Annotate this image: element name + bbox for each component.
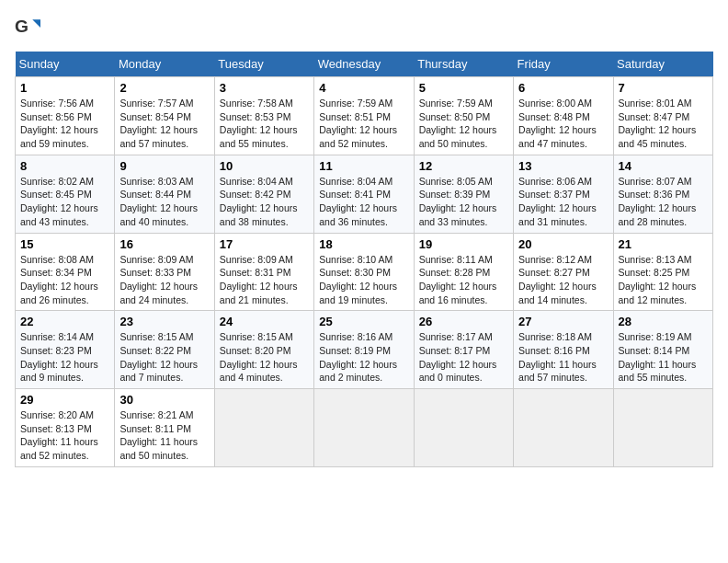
svg-text:G: G	[15, 17, 28, 36]
calendar-day-cell	[514, 389, 613, 467]
day-number: 2	[119, 81, 209, 95]
day-number: 9	[119, 159, 209, 173]
day-number: 7	[619, 81, 708, 95]
day-number: 21	[619, 237, 708, 251]
calendar-day-cell: 25 Sunrise: 8:16 AMSunset: 8:19 PMDaylig…	[314, 311, 414, 389]
calendar-week-row: 22 Sunrise: 8:14 AMSunset: 8:23 PMDaylig…	[16, 311, 713, 389]
day-number: 26	[419, 315, 508, 328]
day-info: Sunrise: 8:13 AMSunset: 8:25 PMDaylight:…	[619, 254, 697, 305]
calendar-day-cell: 1 Sunrise: 7:56 AMSunset: 8:56 PMDayligh…	[16, 77, 115, 155]
day-info: Sunrise: 8:10 AMSunset: 8:30 PMDaylight:…	[319, 254, 397, 305]
day-info: Sunrise: 7:57 AMSunset: 8:54 PMDaylight:…	[119, 98, 198, 149]
day-info: Sunrise: 7:59 AMSunset: 8:51 PMDaylight:…	[319, 98, 397, 149]
calendar-day-cell	[314, 389, 414, 467]
calendar-day-cell: 16 Sunrise: 8:09 AMSunset: 8:33 PMDaylig…	[115, 233, 214, 311]
calendar-day-cell: 19 Sunrise: 8:11 AMSunset: 8:28 PMDaylig…	[414, 233, 513, 311]
day-number: 16	[119, 237, 209, 251]
day-number: 12	[419, 159, 508, 173]
day-number: 20	[518, 237, 608, 251]
day-info: Sunrise: 7:59 AMSunset: 8:50 PMDaylight:…	[419, 98, 497, 149]
calendar-day-cell: 24 Sunrise: 8:15 AMSunset: 8:20 PMDaylig…	[214, 311, 313, 389]
day-number: 10	[220, 159, 309, 173]
day-number: 17	[220, 237, 309, 251]
calendar-day-cell: 23 Sunrise: 8:15 AMSunset: 8:22 PMDaylig…	[115, 311, 214, 389]
calendar-week-row: 1 Sunrise: 7:56 AMSunset: 8:56 PMDayligh…	[16, 77, 713, 155]
calendar-day-cell: 13 Sunrise: 8:06 AMSunset: 8:37 PMDaylig…	[514, 155, 613, 233]
calendar-day-cell	[214, 389, 313, 467]
day-number: 25	[319, 315, 408, 328]
day-info: Sunrise: 8:02 AMSunset: 8:45 PMDaylight:…	[20, 176, 98, 227]
day-info: Sunrise: 8:16 AMSunset: 8:19 PMDaylight:…	[319, 331, 397, 383]
calendar-day-cell: 7 Sunrise: 8:01 AMSunset: 8:47 PMDayligh…	[613, 77, 712, 155]
column-header-tuesday: Tuesday	[214, 52, 313, 77]
column-header-wednesday: Wednesday	[314, 52, 414, 77]
day-info: Sunrise: 8:03 AMSunset: 8:44 PMDaylight:…	[119, 176, 198, 227]
day-info: Sunrise: 8:07 AMSunset: 8:36 PMDaylight:…	[619, 176, 697, 227]
day-info: Sunrise: 8:08 AMSunset: 8:34 PMDaylight:…	[20, 254, 98, 305]
day-number: 15	[20, 237, 109, 251]
day-info: Sunrise: 8:17 AMSunset: 8:17 PMDaylight:…	[419, 331, 497, 383]
calendar-day-cell: 29 Sunrise: 8:20 AMSunset: 8:13 PMDaylig…	[16, 389, 115, 467]
day-info: Sunrise: 8:01 AMSunset: 8:47 PMDaylight:…	[619, 98, 697, 149]
day-info: Sunrise: 8:15 AMSunset: 8:20 PMDaylight:…	[220, 331, 298, 383]
calendar-day-cell: 21 Sunrise: 8:13 AMSunset: 8:25 PMDaylig…	[613, 233, 712, 311]
day-number: 8	[20, 159, 109, 173]
logo-icon: G	[15, 15, 40, 40]
logo: G	[15, 15, 44, 40]
calendar-day-cell	[613, 389, 712, 467]
calendar-day-cell: 30 Sunrise: 8:21 AMSunset: 8:11 PMDaylig…	[115, 389, 214, 467]
calendar-day-cell: 17 Sunrise: 8:09 AMSunset: 8:31 PMDaylig…	[214, 233, 313, 311]
calendar-day-cell: 10 Sunrise: 8:04 AMSunset: 8:42 PMDaylig…	[214, 155, 313, 233]
day-number: 18	[319, 237, 408, 251]
calendar-day-cell: 14 Sunrise: 8:07 AMSunset: 8:36 PMDaylig…	[613, 155, 712, 233]
day-number: 14	[619, 159, 708, 173]
day-number: 29	[20, 393, 109, 407]
calendar-day-cell: 18 Sunrise: 8:10 AMSunset: 8:30 PMDaylig…	[314, 233, 414, 311]
day-number: 5	[419, 81, 508, 95]
day-number: 1	[20, 81, 109, 95]
calendar-day-cell: 28 Sunrise: 8:19 AMSunset: 8:14 PMDaylig…	[613, 311, 712, 389]
page-header: G	[15, 15, 713, 40]
calendar-day-cell	[414, 389, 513, 467]
calendar-day-cell: 15 Sunrise: 8:08 AMSunset: 8:34 PMDaylig…	[16, 233, 115, 311]
day-info: Sunrise: 8:19 AMSunset: 8:14 PMDaylight:…	[619, 331, 697, 383]
day-info: Sunrise: 8:18 AMSunset: 8:16 PMDaylight:…	[518, 331, 597, 383]
day-info: Sunrise: 8:12 AMSunset: 8:27 PMDaylight:…	[518, 254, 597, 305]
day-number: 24	[220, 315, 309, 328]
day-info: Sunrise: 8:00 AMSunset: 8:48 PMDaylight:…	[518, 98, 597, 149]
day-info: Sunrise: 8:09 AMSunset: 8:31 PMDaylight:…	[220, 254, 298, 305]
day-info: Sunrise: 8:14 AMSunset: 8:23 PMDaylight:…	[20, 331, 98, 383]
day-number: 11	[319, 159, 408, 173]
calendar-day-cell: 22 Sunrise: 8:14 AMSunset: 8:23 PMDaylig…	[16, 311, 115, 389]
column-header-friday: Friday	[514, 52, 613, 77]
day-number: 19	[419, 237, 508, 251]
day-number: 30	[119, 393, 209, 407]
calendar-week-row: 15 Sunrise: 8:08 AMSunset: 8:34 PMDaylig…	[16, 233, 713, 311]
calendar-day-cell: 11 Sunrise: 8:04 AMSunset: 8:41 PMDaylig…	[314, 155, 414, 233]
calendar-table: SundayMondayTuesdayWednesdayThursdayFrid…	[15, 52, 713, 467]
day-number: 4	[319, 81, 408, 95]
day-number: 22	[20, 315, 109, 328]
calendar-day-cell: 4 Sunrise: 7:59 AMSunset: 8:51 PMDayligh…	[314, 77, 414, 155]
day-info: Sunrise: 8:11 AMSunset: 8:28 PMDaylight:…	[419, 254, 497, 305]
day-info: Sunrise: 8:04 AMSunset: 8:42 PMDaylight:…	[220, 176, 298, 227]
day-number: 6	[518, 81, 608, 95]
day-number: 13	[518, 159, 608, 173]
calendar-day-cell: 9 Sunrise: 8:03 AMSunset: 8:44 PMDayligh…	[115, 155, 214, 233]
column-header-saturday: Saturday	[613, 52, 712, 77]
day-info: Sunrise: 8:21 AMSunset: 8:11 PMDaylight:…	[119, 409, 198, 461]
day-info: Sunrise: 8:09 AMSunset: 8:33 PMDaylight:…	[119, 254, 198, 305]
svg-marker-1	[32, 19, 40, 28]
day-info: Sunrise: 8:20 AMSunset: 8:13 PMDaylight:…	[20, 409, 98, 461]
day-info: Sunrise: 8:05 AMSunset: 8:39 PMDaylight:…	[419, 176, 497, 227]
day-number: 3	[220, 81, 309, 95]
calendar-day-cell: 27 Sunrise: 8:18 AMSunset: 8:16 PMDaylig…	[514, 311, 613, 389]
calendar-day-cell: 12 Sunrise: 8:05 AMSunset: 8:39 PMDaylig…	[414, 155, 513, 233]
day-number: 28	[619, 315, 708, 328]
calendar-day-cell: 5 Sunrise: 7:59 AMSunset: 8:50 PMDayligh…	[414, 77, 513, 155]
day-info: Sunrise: 8:15 AMSunset: 8:22 PMDaylight:…	[119, 331, 198, 383]
column-header-sunday: Sunday	[16, 52, 115, 77]
day-info: Sunrise: 7:56 AMSunset: 8:56 PMDaylight:…	[20, 98, 98, 149]
day-number: 23	[119, 315, 209, 328]
column-header-monday: Monday	[115, 52, 214, 77]
